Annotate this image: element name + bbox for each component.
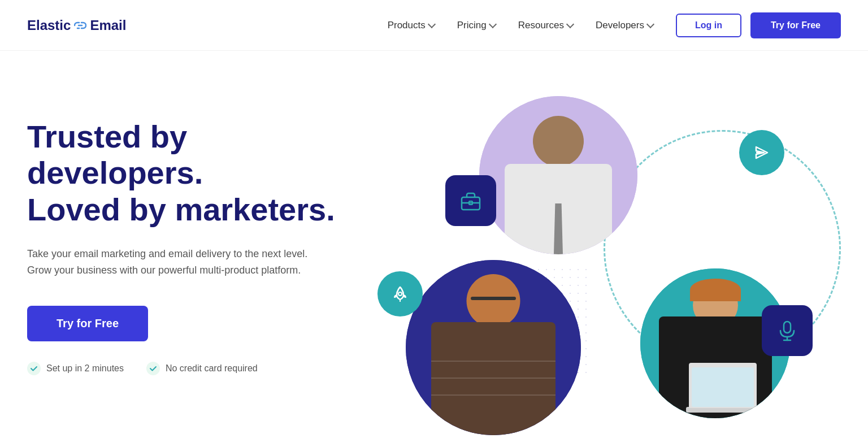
navbar: Elastic Email Products Pricing Resources…: [0, 0, 868, 51]
send-icon-badge: [739, 130, 784, 175]
hero-illustration: [366, 85, 841, 438]
products-chevron-icon: [428, 20, 436, 28]
briefcase-icon-badge: [445, 175, 496, 226]
nav-products[interactable]: Products: [388, 20, 435, 31]
nav-links: Products Pricing Resources Developers: [388, 20, 653, 31]
rocket-icon-badge: [377, 271, 423, 316]
logo-text-part2: Email: [90, 18, 126, 33]
login-button[interactable]: Log in: [676, 14, 741, 37]
person-circle-2: [406, 260, 581, 435]
hero-title: Trusted by developers. Loved by marketer…: [27, 119, 366, 228]
logo-text-part1: Elastic: [27, 18, 71, 33]
try-free-nav-button[interactable]: Try for Free: [750, 12, 841, 38]
try-free-hero-button[interactable]: Try for Free: [27, 306, 148, 341]
logo[interactable]: Elastic Email: [27, 18, 126, 33]
hero-badges: Set up in 2 minutes No credit card requi…: [27, 362, 366, 375]
nav-actions: Log in Try for Free: [676, 12, 841, 38]
person-circle-1: [479, 96, 637, 254]
svg-rect-6: [784, 322, 791, 333]
nav-developers[interactable]: Developers: [596, 20, 653, 31]
resources-chevron-icon: [566, 20, 574, 28]
pricing-chevron-icon: [489, 20, 497, 28]
hero-content: Trusted by developers. Loved by marketer…: [27, 85, 366, 375]
badge-setup-time: Set up in 2 minutes: [27, 362, 124, 375]
nav-resources[interactable]: Resources: [518, 20, 573, 31]
hero-subtitle: Take your email marketing and email deli…: [27, 246, 332, 279]
hero-section: Trusted by developers. Loved by marketer…: [0, 51, 868, 438]
developers-chevron-icon: [646, 20, 654, 28]
microphone-icon-badge: [762, 305, 813, 356]
check-icon-1: [27, 362, 41, 375]
logo-link-icon: [74, 21, 86, 29]
nav-pricing[interactable]: Pricing: [457, 20, 496, 31]
check-icon-2: [146, 362, 160, 375]
badge-no-credit-card: No credit card required: [146, 362, 258, 375]
svg-point-4: [398, 292, 402, 296]
